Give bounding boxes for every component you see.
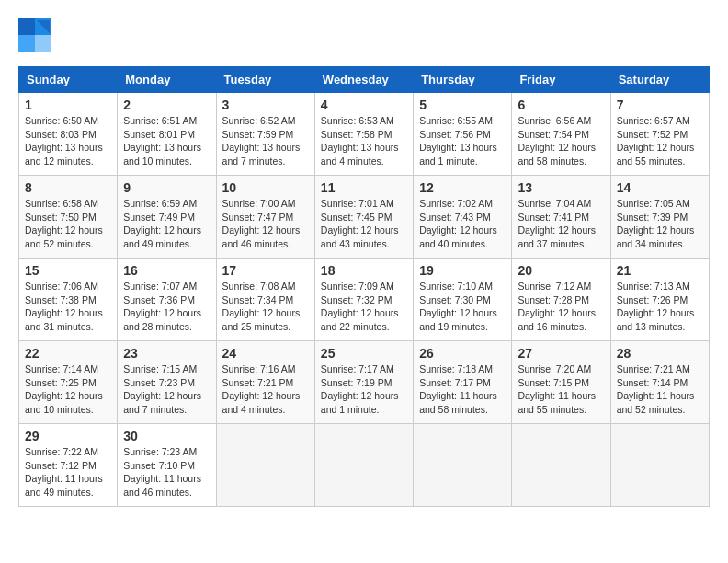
day-number: 30 <box>123 429 210 443</box>
calendar-week-row: 29Sunrise: 7:22 AM Sunset: 7:12 PM Dayli… <box>19 424 710 507</box>
day-info: Sunrise: 7:18 AM Sunset: 7:17 PM Dayligh… <box>419 362 506 417</box>
day-info: Sunrise: 7:16 AM Sunset: 7:21 PM Dayligh… <box>222 362 309 417</box>
day-info: Sunrise: 6:51 AM Sunset: 8:01 PM Dayligh… <box>123 114 210 168</box>
day-info: Sunrise: 6:50 AM Sunset: 8:03 PM Dayligh… <box>25 114 111 168</box>
day-number: 21 <box>617 263 703 278</box>
day-info: Sunrise: 7:01 AM Sunset: 7:45 PM Dayligh… <box>321 197 407 251</box>
day-number: 16 <box>123 263 210 278</box>
calendar-cell: 12Sunrise: 7:02 AM Sunset: 7:43 PM Dayli… <box>414 176 512 259</box>
col-header-saturday: Saturday <box>610 67 709 93</box>
calendar-cell: 1Sunrise: 6:50 AM Sunset: 8:03 PM Daylig… <box>19 93 118 176</box>
calendar-cell: 3Sunrise: 6:52 AM Sunset: 7:59 PM Daylig… <box>216 93 314 176</box>
day-info: Sunrise: 6:57 AM Sunset: 7:52 PM Dayligh… <box>617 114 703 168</box>
day-info: Sunrise: 7:05 AM Sunset: 7:39 PM Dayligh… <box>617 197 703 251</box>
day-info: Sunrise: 7:09 AM Sunset: 7:32 PM Dayligh… <box>321 280 407 334</box>
day-number: 23 <box>123 346 210 361</box>
day-number: 25 <box>321 346 407 361</box>
day-number: 9 <box>123 180 210 195</box>
calendar-cell <box>512 424 610 507</box>
day-number: 19 <box>419 263 506 278</box>
day-info: Sunrise: 7:20 AM Sunset: 7:15 PM Dayligh… <box>518 362 604 417</box>
calendar-cell <box>216 424 314 507</box>
calendar-cell: 28Sunrise: 7:21 AM Sunset: 7:14 PM Dayli… <box>610 341 709 424</box>
day-info: Sunrise: 7:10 AM Sunset: 7:30 PM Dayligh… <box>419 280 506 334</box>
calendar-cell: 2Sunrise: 6:51 AM Sunset: 8:01 PM Daylig… <box>118 93 216 176</box>
calendar-cell <box>414 424 512 507</box>
calendar-cell: 9Sunrise: 6:59 AM Sunset: 7:49 PM Daylig… <box>118 176 216 259</box>
day-info: Sunrise: 7:12 AM Sunset: 7:28 PM Dayligh… <box>518 280 604 334</box>
logo <box>18 18 55 52</box>
calendar-week-row: 15Sunrise: 7:06 AM Sunset: 7:38 PM Dayli… <box>19 259 710 341</box>
calendar-cell: 22Sunrise: 7:14 AM Sunset: 7:25 PM Dayli… <box>19 341 118 424</box>
calendar-cell: 17Sunrise: 7:08 AM Sunset: 7:34 PM Dayli… <box>216 259 314 341</box>
day-number: 3 <box>222 98 309 112</box>
header <box>18 18 710 52</box>
calendar-week-row: 22Sunrise: 7:14 AM Sunset: 7:25 PM Dayli… <box>19 341 710 424</box>
calendar-cell: 19Sunrise: 7:10 AM Sunset: 7:30 PM Dayli… <box>414 259 512 341</box>
day-number: 26 <box>419 346 506 361</box>
day-info: Sunrise: 7:13 AM Sunset: 7:26 PM Dayligh… <box>617 280 703 334</box>
day-number: 2 <box>123 98 210 112</box>
calendar-cell: 20Sunrise: 7:12 AM Sunset: 7:28 PM Dayli… <box>512 259 610 341</box>
day-info: Sunrise: 6:58 AM Sunset: 7:50 PM Dayligh… <box>25 197 111 251</box>
calendar-cell: 26Sunrise: 7:18 AM Sunset: 7:17 PM Dayli… <box>414 341 512 424</box>
day-number: 28 <box>617 346 703 361</box>
calendar-cell: 15Sunrise: 7:06 AM Sunset: 7:38 PM Dayli… <box>19 259 118 341</box>
day-number: 5 <box>419 98 506 112</box>
calendar-cell: 18Sunrise: 7:09 AM Sunset: 7:32 PM Dayli… <box>314 259 413 341</box>
day-number: 1 <box>25 98 111 112</box>
calendar-cell: 21Sunrise: 7:13 AM Sunset: 7:26 PM Dayli… <box>610 259 709 341</box>
day-number: 10 <box>222 180 309 195</box>
day-info: Sunrise: 6:52 AM Sunset: 7:59 PM Dayligh… <box>222 114 309 168</box>
calendar-cell: 23Sunrise: 7:15 AM Sunset: 7:23 PM Dayli… <box>118 341 216 424</box>
col-header-friday: Friday <box>512 67 610 93</box>
day-info: Sunrise: 7:14 AM Sunset: 7:25 PM Dayligh… <box>25 362 111 417</box>
calendar-table: SundayMondayTuesdayWednesdayThursdayFrid… <box>18 66 710 507</box>
calendar-cell: 14Sunrise: 7:05 AM Sunset: 7:39 PM Dayli… <box>610 176 709 259</box>
calendar-cell: 8Sunrise: 6:58 AM Sunset: 7:50 PM Daylig… <box>19 176 118 259</box>
day-info: Sunrise: 7:00 AM Sunset: 7:47 PM Dayligh… <box>222 197 309 251</box>
calendar-cell: 7Sunrise: 6:57 AM Sunset: 7:52 PM Daylig… <box>610 93 709 176</box>
calendar-cell: 16Sunrise: 7:07 AM Sunset: 7:36 PM Dayli… <box>118 259 216 341</box>
calendar-week-row: 8Sunrise: 6:58 AM Sunset: 7:50 PM Daylig… <box>19 176 710 259</box>
svg-rect-3 <box>35 35 51 52</box>
day-number: 7 <box>617 98 703 112</box>
day-number: 27 <box>518 346 604 361</box>
calendar-week-row: 1Sunrise: 6:50 AM Sunset: 8:03 PM Daylig… <box>19 93 710 176</box>
day-info: Sunrise: 7:02 AM Sunset: 7:43 PM Dayligh… <box>419 197 506 251</box>
day-number: 12 <box>419 180 506 195</box>
day-info: Sunrise: 7:07 AM Sunset: 7:36 PM Dayligh… <box>123 280 210 334</box>
calendar-cell <box>314 424 413 507</box>
day-info: Sunrise: 6:55 AM Sunset: 7:56 PM Dayligh… <box>419 114 506 168</box>
calendar-cell: 10Sunrise: 7:00 AM Sunset: 7:47 PM Dayli… <box>216 176 314 259</box>
day-number: 29 <box>25 429 111 443</box>
calendar-cell: 24Sunrise: 7:16 AM Sunset: 7:21 PM Dayli… <box>216 341 314 424</box>
day-info: Sunrise: 7:22 AM Sunset: 7:12 PM Dayligh… <box>25 445 111 500</box>
calendar-cell: 25Sunrise: 7:17 AM Sunset: 7:19 PM Dayli… <box>314 341 413 424</box>
day-info: Sunrise: 7:21 AM Sunset: 7:14 PM Dayligh… <box>617 362 703 417</box>
day-number: 17 <box>222 263 309 278</box>
day-number: 22 <box>25 346 111 361</box>
day-info: Sunrise: 7:08 AM Sunset: 7:34 PM Dayligh… <box>222 280 309 334</box>
day-info: Sunrise: 7:04 AM Sunset: 7:41 PM Dayligh… <box>518 197 604 251</box>
day-info: Sunrise: 6:53 AM Sunset: 7:58 PM Dayligh… <box>321 114 407 168</box>
calendar-cell: 6Sunrise: 6:56 AM Sunset: 7:54 PM Daylig… <box>512 93 610 176</box>
col-header-wednesday: Wednesday <box>314 67 413 93</box>
day-number: 20 <box>518 263 604 278</box>
calendar-cell: 5Sunrise: 6:55 AM Sunset: 7:56 PM Daylig… <box>414 93 512 176</box>
svg-rect-0 <box>18 18 35 35</box>
day-info: Sunrise: 7:15 AM Sunset: 7:23 PM Dayligh… <box>123 362 210 417</box>
calendar-cell: 11Sunrise: 7:01 AM Sunset: 7:45 PM Dayli… <box>314 176 413 259</box>
svg-rect-2 <box>18 35 35 52</box>
day-info: Sunrise: 6:59 AM Sunset: 7:49 PM Dayligh… <box>123 197 210 251</box>
day-number: 11 <box>321 180 407 195</box>
day-number: 4 <box>321 98 407 112</box>
calendar-cell: 29Sunrise: 7:22 AM Sunset: 7:12 PM Dayli… <box>19 424 118 507</box>
calendar-cell: 4Sunrise: 6:53 AM Sunset: 7:58 PM Daylig… <box>314 93 413 176</box>
col-header-thursday: Thursday <box>414 67 512 93</box>
calendar-cell <box>610 424 709 507</box>
day-number: 14 <box>617 180 703 195</box>
day-number: 13 <box>518 180 604 195</box>
col-header-monday: Monday <box>118 67 216 93</box>
logo-icon <box>18 18 51 52</box>
